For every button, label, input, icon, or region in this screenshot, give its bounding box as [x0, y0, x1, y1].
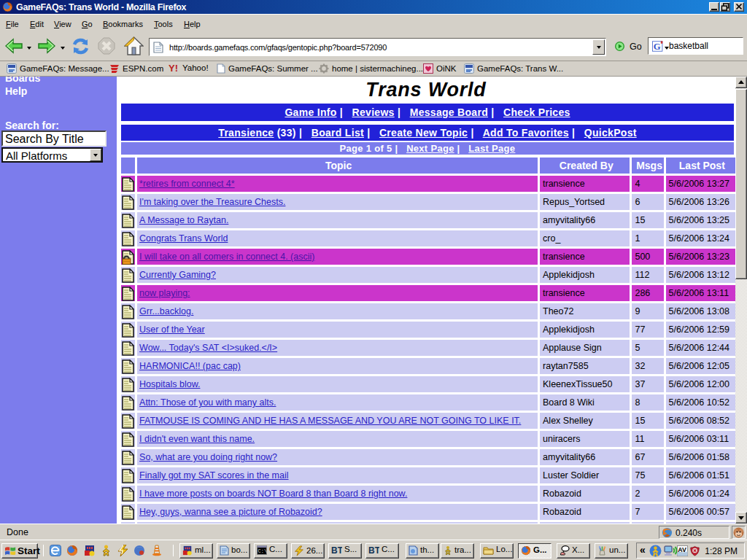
svg-text:BT: BT	[368, 545, 379, 555]
svg-text:BT: BT	[331, 545, 342, 555]
svg-text:AV: AV	[678, 546, 686, 553]
svg-text:Y!: Y!	[169, 63, 178, 73]
svg-text:C:\: C:\	[258, 548, 268, 554]
svg-text:G: G	[654, 42, 661, 52]
